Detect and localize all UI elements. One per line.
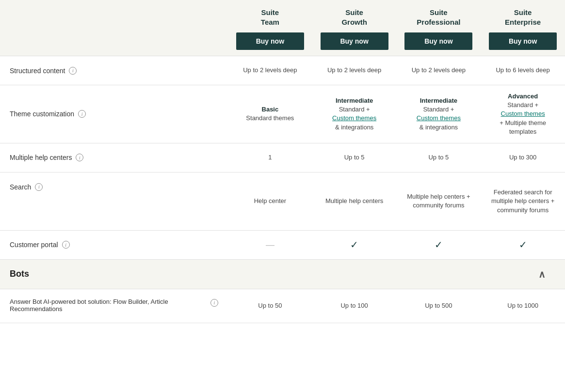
feature-label-multiple-help-centers: Multiple help centers i <box>0 143 228 172</box>
customer-portal-team: — <box>228 231 312 259</box>
customer-portal-growth-check: ✓ <box>350 238 358 251</box>
theme-customization-info-icon[interactable]: i <box>78 110 86 118</box>
plan-name-team: Suite Team <box>233 8 307 27</box>
answer-bot-text: Answer Bot AI-powered bot solution: Flow… <box>10 298 207 313</box>
search-team: Help center <box>228 172 312 230</box>
help-centers-growth: Up to 5 <box>312 143 397 172</box>
customer-portal-info-icon[interactable]: i <box>62 241 70 249</box>
bots-section-header[interactable]: Bots ∧ <box>0 260 565 289</box>
help-centers-professional: Up to 5 <box>397 143 481 172</box>
structured-content-growth: Up to 2 levels deep <box>312 56 397 85</box>
empty-header <box>0 0 228 56</box>
theme-growth-link[interactable]: Custom themes <box>332 114 376 123</box>
plan-suite-professional: Suite Professional Buy now <box>397 0 481 56</box>
comparison-table: Suite Team Buy now Suite Growth Buy now … <box>0 0 565 323</box>
answer-bot-professional: Up to 500 <box>397 289 481 323</box>
row-answer-bot: Answer Bot AI-powered bot solution: Flow… <box>0 289 565 323</box>
buy-button-team[interactable]: Buy now <box>236 32 304 50</box>
theme-enterprise: Advanced Standard + Custom themes + Mult… <box>481 85 565 143</box>
row-structured-content: Structured content i Up to 2 levels deep… <box>0 56 565 85</box>
multiple-help-centers-info-icon[interactable]: i <box>76 154 83 161</box>
buy-button-professional[interactable]: Buy now <box>404 32 472 50</box>
plan-suite-growth: Suite Growth Buy now <box>312 0 397 56</box>
header-row: Suite Team Buy now Suite Growth Buy now … <box>0 0 565 56</box>
plan-name-growth: Suite Growth <box>317 8 392 27</box>
search-growth-val: Multiple help centers <box>325 197 383 205</box>
bots-section-title: Bots <box>10 269 29 279</box>
row-multiple-help-centers: Multiple help centers i 1 Up to 5 Up to … <box>0 143 565 172</box>
help-centers-enterprise: Up to 300 <box>481 143 565 172</box>
plan-suite-team: Suite Team Buy now <box>228 0 312 56</box>
row-theme-customization: Theme customization i Basic Standard the… <box>0 85 565 143</box>
buy-button-growth[interactable]: Buy now <box>321 32 388 50</box>
structured-content-enterprise: Up to 6 levels deep <box>481 56 565 85</box>
search-team-val: Help center <box>254 197 286 205</box>
feature-label-theme-customization: Theme customization i <box>0 85 228 143</box>
bots-chevron-icon[interactable]: ∧ <box>538 268 546 280</box>
feature-label-structured-content: Structured content i <box>0 56 228 85</box>
customer-portal-enterprise: ✓ <box>481 231 565 259</box>
feature-label-answer-bot: Answer Bot AI-powered bot solution: Flow… <box>0 289 228 323</box>
bots-section-label: Bots ∧ <box>0 260 565 289</box>
theme-professional-sub1: Standard + <box>423 105 454 114</box>
structured-content-text: Structured content <box>10 67 65 75</box>
theme-team-bold: Basic <box>262 105 279 114</box>
theme-growth: Intermediate Standard + Custom themes & … <box>312 85 397 143</box>
plan-name-professional: Suite Professional <box>402 8 476 27</box>
customer-portal-growth: ✓ <box>312 231 397 259</box>
row-search: Search i Help center Multiple help cente… <box>0 172 565 231</box>
feature-label-search: Search i <box>0 172 228 230</box>
structured-content-info-icon[interactable]: i <box>69 67 77 75</box>
answer-bot-team: Up to 50 <box>228 289 312 323</box>
search-info-icon[interactable]: i <box>35 183 43 191</box>
search-enterprise-val: Federated search for multiple help cente… <box>485 188 560 215</box>
theme-professional-link[interactable]: Custom themes <box>417 114 461 123</box>
theme-growth-sub2: & integrations <box>335 123 374 132</box>
answer-bot-info-icon[interactable]: i <box>210 299 218 307</box>
plan-suite-enterprise: Suite Enterprise Buy now <box>481 0 565 56</box>
theme-enterprise-sub2: + Multiple theme <box>500 119 546 127</box>
customer-portal-text: Customer portal <box>10 241 58 249</box>
row-customer-portal: Customer portal i — ✓ ✓ ✓ <box>0 231 565 260</box>
theme-team-sub: Standard themes <box>246 114 294 123</box>
search-professional: Multiple help centers + community forums <box>397 172 481 230</box>
customer-portal-professional: ✓ <box>397 231 481 259</box>
structured-content-professional: Up to 2 levels deep <box>397 56 481 85</box>
theme-professional: Intermediate Standard + Custom themes & … <box>397 85 481 143</box>
theme-growth-sub1: Standard + <box>339 105 370 114</box>
theme-enterprise-sub3: templates <box>509 127 536 136</box>
answer-bot-enterprise: Up to 1000 <box>481 289 565 323</box>
customer-portal-team-dash: — <box>266 239 274 251</box>
search-text: Search <box>10 183 31 191</box>
theme-enterprise-sub1: Standard + <box>507 101 538 110</box>
customer-portal-enterprise-check: ✓ <box>519 238 527 251</box>
theme-enterprise-link[interactable]: Custom themes <box>501 110 545 118</box>
theme-growth-bold: Intermediate <box>336 96 373 105</box>
multiple-help-centers-text: Multiple help centers <box>10 154 72 161</box>
theme-professional-bold: Intermediate <box>420 96 457 105</box>
structured-content-team: Up to 2 levels deep <box>228 56 312 85</box>
customer-portal-professional-check: ✓ <box>435 238 443 251</box>
plan-name-enterprise: Suite Enterprise <box>485 8 560 27</box>
search-enterprise: Federated search for multiple help cente… <box>481 172 565 230</box>
theme-professional-sub2: & integrations <box>420 123 458 132</box>
answer-bot-growth: Up to 100 <box>312 289 397 323</box>
search-growth: Multiple help centers <box>312 172 397 230</box>
theme-enterprise-bold: Advanced <box>508 92 538 101</box>
theme-team: Basic Standard themes <box>228 85 312 143</box>
search-professional-val: Multiple help centers + community forums <box>402 192 476 210</box>
theme-customization-text: Theme customization <box>10 110 74 118</box>
help-centers-team: 1 <box>228 143 312 172</box>
buy-button-enterprise[interactable]: Buy now <box>489 32 557 50</box>
feature-label-customer-portal: Customer portal i <box>0 231 228 259</box>
